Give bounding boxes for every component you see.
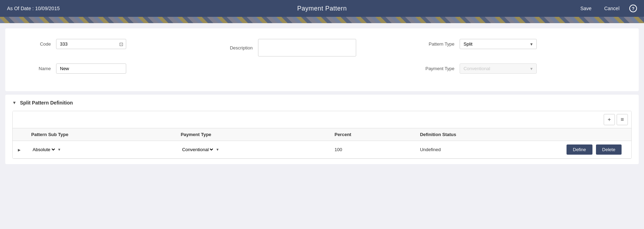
form-row-1: Code ⊡ Description Pattern Type Split St… (19, 39, 625, 56)
pattern-table: Pattern Sub Type Payment Type Percent De… (13, 128, 631, 159)
col-definition-status: Definition Status (415, 128, 561, 141)
split-pattern-section: ▼ Split Pattern Definition + ≡ Pattern S… (5, 95, 639, 164)
code-input[interactable] (56, 39, 126, 49)
table-toolbar: + ≡ (13, 111, 631, 128)
percent-cell: 100 (329, 141, 415, 159)
form-row-2: Name Payment Type Conventional FHA VA ▼ (19, 63, 625, 74)
define-button[interactable]: Define (567, 144, 592, 155)
col-actions (561, 128, 631, 141)
actions-cell: Define Delete (561, 141, 631, 159)
table-header-row: Pattern Sub Type Payment Type Percent De… (13, 128, 631, 141)
code-input-wrapper: ⊡ (56, 39, 126, 49)
pattern-sub-type-cell: Absolute Relative ▼ (26, 141, 175, 159)
table-payment-type-arrow-icon: ▼ (216, 148, 219, 151)
payment-type-cell: Conventional FHA VA ▼ (175, 141, 329, 159)
col-expand (13, 128, 26, 141)
payment-type-select[interactable]: Conventional FHA VA (460, 63, 537, 74)
table-row: ▶ Absolute Relative ▼ (13, 141, 631, 159)
pattern-sub-type-arrow-icon: ▼ (57, 148, 61, 151)
main-form: Code ⊡ Description Pattern Type Split St… (5, 28, 639, 91)
delete-button[interactable]: Delete (596, 144, 622, 155)
code-icon: ⊡ (119, 41, 123, 47)
section-title: Split Pattern Definition (20, 100, 73, 106)
row-expand-icon[interactable]: ▶ (18, 148, 21, 152)
row-actions: Define Delete (567, 144, 626, 155)
col-payment-type: Payment Type (175, 128, 329, 141)
pattern-type-select[interactable]: Split Standard Other (460, 39, 537, 49)
pattern-type-select-wrapper: Split Standard Other ▼ (460, 39, 537, 49)
page-title: Payment Pattern (297, 5, 347, 12)
payment-type-select-wrapper: Conventional FHA VA ▼ (460, 63, 537, 74)
header: As Of Date : 10/09/2015 Payment Pattern … (0, 0, 644, 17)
code-label: Code (19, 41, 51, 47)
decorative-banner (0, 17, 644, 23)
description-group: Description (221, 39, 423, 56)
description-input[interactable] (258, 39, 356, 56)
pattern-sub-type-select-wrapper: Absolute Relative ▼ (31, 147, 61, 153)
payment-type-group: Payment Type Conventional FHA VA ▼ (423, 63, 625, 74)
definition-status-cell: Undefined (415, 141, 561, 159)
list-options-button[interactable]: ≡ (617, 114, 628, 125)
name-input[interactable] (56, 63, 126, 74)
table-payment-type-select-wrapper: Conventional FHA VA ▼ (181, 147, 219, 153)
save-button[interactable]: Save (577, 4, 594, 13)
as-of-date: As Of Date : 10/09/2015 (7, 6, 60, 11)
description-label: Description (221, 45, 253, 50)
col-percent: Percent (329, 128, 415, 141)
table-container: + ≡ Pattern Sub Type Payment Type Percen… (12, 111, 632, 159)
col-pattern-sub-type: Pattern Sub Type (26, 128, 175, 141)
name-label: Name (19, 66, 51, 71)
add-row-button[interactable]: + (604, 114, 615, 125)
header-actions: Save Cancel ? (577, 4, 637, 13)
row-expand-cell: ▶ (13, 141, 26, 159)
name-group: Name (19, 63, 221, 74)
help-button[interactable]: ? (629, 5, 637, 12)
pattern-type-group: Pattern Type Split Standard Other ▼ (423, 39, 625, 49)
code-group: Code ⊡ (19, 39, 221, 49)
table-payment-type-select[interactable]: Conventional FHA VA (181, 147, 214, 153)
collapse-icon[interactable]: ▼ (12, 100, 16, 105)
pattern-type-label: Pattern Type (423, 41, 454, 47)
section-header: ▼ Split Pattern Definition (12, 100, 632, 106)
payment-type-label: Payment Type (423, 66, 454, 71)
pattern-sub-type-select[interactable]: Absolute Relative (31, 147, 56, 153)
cancel-button[interactable]: Cancel (601, 4, 622, 13)
